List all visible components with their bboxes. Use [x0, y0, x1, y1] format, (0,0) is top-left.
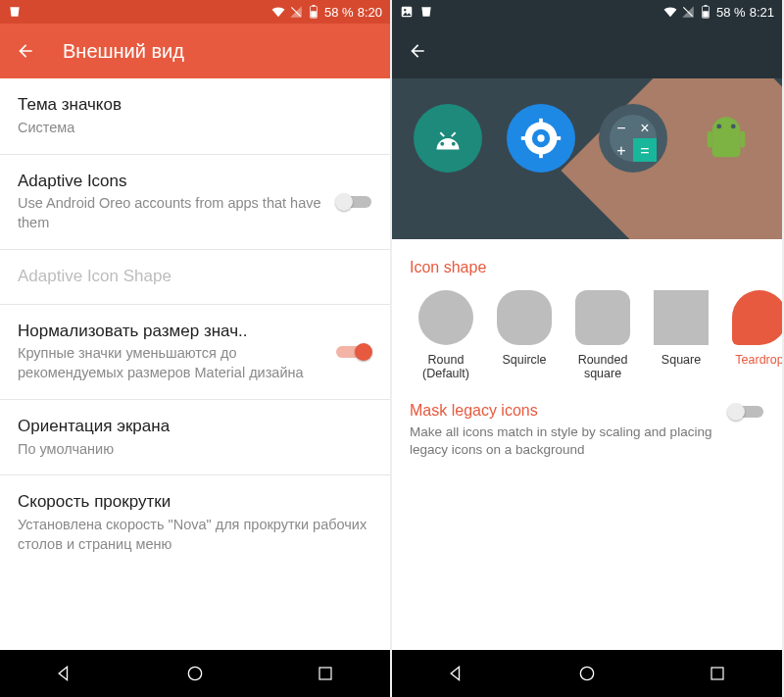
row-title: Ориентация экрана — [18, 416, 372, 438]
svg-rect-30 — [740, 131, 745, 148]
cell-signal-no-sim-icon — [681, 5, 695, 19]
mask-legacy-desc: Make all icons match in style by scaling… — [410, 423, 715, 459]
shape-option-teardrop[interactable]: Teardrop — [723, 290, 782, 380]
nav-home[interactable] — [184, 663, 206, 684]
row-orientation[interactable]: Ориентация экрана По умолчанию — [0, 400, 390, 476]
row-title: Скорость прокрутки — [18, 491, 372, 514]
section-title-icon-shape: Icon shape — [392, 239, 782, 286]
shape-label: Teardrop — [723, 353, 782, 367]
svg-text:×: × — [641, 120, 650, 136]
row-subtitle: Установлена скорость "Nova" для прокрутк… — [18, 516, 372, 554]
nav-back[interactable] — [446, 663, 467, 684]
shape-label: Rounded square — [566, 353, 639, 380]
mask-legacy-title: Mask legacy icons — [410, 402, 715, 420]
status-bar: 58 % 8:21 — [392, 0, 782, 24]
row-icon-theme[interactable]: Тема значков Система — [0, 78, 390, 155]
wifi-icon — [663, 5, 677, 19]
shape-options: Round (Default) Squircle Rounded square … — [392, 286, 782, 388]
battery-level: 58 % — [716, 5, 746, 20]
preview-icon-android-studio — [414, 104, 482, 173]
adaptive-icons-switch[interactable] — [335, 192, 372, 212]
svg-rect-18 — [539, 151, 543, 158]
cell-signal-no-sim-icon — [289, 5, 303, 19]
mask-legacy-switch[interactable] — [727, 402, 764, 422]
row-mask-legacy-icons[interactable]: Mask legacy icons Make all icons match i… — [392, 388, 782, 473]
svg-rect-2 — [311, 11, 317, 17]
svg-rect-20 — [554, 136, 561, 140]
row-title: Adaptive Icon Shape — [18, 266, 372, 288]
svg-text:+: + — [617, 142, 626, 159]
normalize-size-switch[interactable] — [335, 342, 372, 362]
svg-rect-9 — [703, 11, 709, 17]
preview-icon-settings — [507, 104, 575, 173]
back-button[interactable] — [408, 41, 427, 61]
row-title: Adaptive Icons — [18, 171, 323, 193]
row-normalize-size[interactable]: Нормализовать размер знач.. Крупные знач… — [0, 305, 390, 400]
shape-option-round[interactable]: Round (Default) — [410, 290, 482, 380]
nav-recent[interactable] — [315, 663, 336, 684]
battery-level: 58 % — [324, 5, 354, 20]
row-subtitle: Use Android Oreo accounts from apps that… — [18, 194, 323, 232]
svg-rect-1 — [313, 5, 316, 6]
svg-point-6 — [404, 9, 406, 11]
svg-point-3 — [188, 667, 201, 679]
nav-home[interactable] — [576, 663, 598, 684]
shape-option-squircle[interactable]: Squircle — [488, 290, 561, 380]
row-subtitle: Крупные значки уменьшаются до рекомендуе… — [18, 344, 323, 382]
shape-label: Square — [645, 353, 717, 367]
row-scroll-speed[interactable]: Скорость прокрутки Установлена скорость … — [0, 475, 390, 570]
status-bar: 58 % 8:20 — [0, 0, 390, 24]
shape-option-square[interactable]: Square — [645, 290, 717, 380]
shape-option-rounded-square[interactable]: Rounded square — [566, 290, 639, 380]
svg-rect-4 — [319, 668, 331, 679]
settings-list: Тема значков Система Adaptive Icons Use … — [0, 78, 390, 650]
svg-point-28 — [731, 124, 736, 129]
preview-icon-calculator: −×+= — [599, 104, 667, 173]
wifi-icon — [271, 5, 285, 19]
row-subtitle: Система — [18, 119, 372, 138]
nav-bar — [392, 650, 782, 697]
clock: 8:20 — [358, 5, 382, 20]
svg-rect-29 — [707, 131, 711, 148]
svg-rect-8 — [705, 5, 708, 6]
nav-bar — [0, 650, 390, 697]
svg-point-11 — [452, 142, 456, 146]
nav-back[interactable] — [54, 663, 75, 684]
icon-shape-panel: Icon shape Round (Default) Squircle Roun… — [392, 239, 782, 650]
row-subtitle: По умолчанию — [18, 440, 372, 460]
right-screenshot: 58 % 8:21 −×+= Icon shape — [392, 0, 784, 697]
check-notif-icon — [419, 5, 433, 19]
svg-line-13 — [452, 132, 456, 136]
svg-line-12 — [441, 132, 445, 136]
svg-text:=: = — [641, 142, 650, 159]
battery-icon — [699, 5, 712, 19]
row-title: Тема значков — [18, 94, 372, 117]
svg-rect-19 — [521, 136, 528, 140]
svg-point-31 — [580, 667, 593, 679]
row-title: Нормализовать размер знач.. — [18, 321, 323, 343]
clock: 8:21 — [750, 5, 774, 20]
screen-title: Внешний вид — [63, 40, 184, 63]
back-button[interactable] — [16, 41, 35, 61]
svg-point-27 — [716, 124, 721, 129]
row-adaptive-icons[interactable]: Adaptive Icons Use Android Oreo accounts… — [0, 155, 390, 250]
preview-icon-android — [692, 104, 760, 173]
check-notif-icon — [8, 5, 22, 19]
svg-rect-17 — [539, 119, 543, 125]
battery-icon — [307, 5, 320, 19]
row-adaptive-shape: Adaptive Icon Shape — [0, 250, 390, 305]
icon-preview-area: −×+= — [392, 78, 782, 239]
image-notif-icon — [400, 5, 414, 19]
shape-label: Round (Default) — [410, 353, 482, 380]
left-screenshot: 58 % 8:20 Внешний вид Тема значков Систе… — [0, 0, 392, 697]
svg-point-10 — [441, 142, 445, 146]
svg-text:−: − — [617, 120, 626, 136]
app-bar: Внешний вид — [0, 24, 390, 78]
svg-rect-32 — [711, 668, 723, 679]
shape-label: Squircle — [488, 353, 561, 367]
svg-point-16 — [537, 134, 544, 141]
app-bar — [392, 24, 782, 78]
nav-recent[interactable] — [707, 663, 728, 684]
